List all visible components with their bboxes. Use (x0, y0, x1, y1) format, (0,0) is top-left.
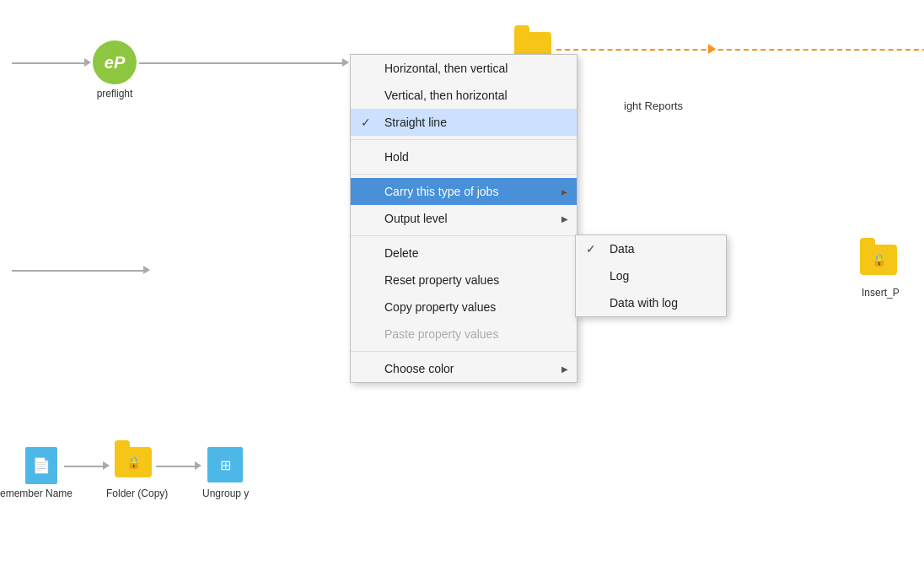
menu-item-choose-color[interactable]: Choose color (351, 355, 577, 382)
menu-item-horizontal-vertical[interactable]: Horizontal, then vertical (351, 55, 577, 82)
submenu-label-log: Log (610, 269, 629, 283)
dashed-connector (556, 49, 924, 51)
folder-locked-bottom (115, 447, 152, 477)
preflight-icon: eP (93, 40, 137, 84)
arrowhead-b1 (103, 461, 110, 470)
preflight-label: preflight (97, 88, 133, 100)
submenu-item-log[interactable]: Log (576, 262, 726, 289)
connector-b2 (156, 466, 198, 467)
menu-item-vertical-horizontal[interactable]: Vertical, then horizontal (351, 82, 577, 109)
connector-b1 (64, 466, 106, 467)
context-menu: Horizontal, then vertical Vertical, then… (350, 54, 578, 383)
arrowhead-preflight (84, 58, 91, 67)
divider-3 (351, 235, 577, 236)
folder-locked-right (860, 245, 897, 275)
menu-label-carry-jobs: Carry this type of jobs (384, 185, 498, 198)
menu-item-copy-property[interactable]: Copy property values (351, 294, 577, 321)
doc-icon: 📄 (25, 447, 57, 484)
menu-item-carry-jobs[interactable]: Carry this type of jobs ▶ (351, 178, 577, 205)
orange-arrowhead (708, 44, 716, 54)
right-reports-label: ight Reports (624, 100, 683, 112)
arrowhead-middle (143, 266, 150, 274)
menu-label-vertical-horizontal: Vertical, then horizontal (384, 89, 508, 102)
menu-label-horizontal-vertical: Horizontal, then vertical (384, 62, 508, 75)
doc-shape: 📄 (25, 447, 57, 484)
divider-2 (351, 174, 577, 175)
submenu-arrow-carry: ▶ (561, 187, 568, 197)
preflight-node: eP preflight (93, 40, 137, 100)
canvas: eP preflight ight Reports Insert_P 📄 eme… (0, 0, 924, 582)
menu-label-delete: Delete (384, 246, 418, 260)
connector-preflight-right (139, 62, 346, 64)
menu-item-delete[interactable]: Delete (351, 240, 577, 267)
menu-label-straight-line: Straight line (384, 116, 447, 129)
divider-4 (351, 351, 577, 352)
insert-p-label: Insert_P (862, 287, 900, 299)
submenu-item-data-with-log[interactable]: Data with log (576, 289, 726, 316)
folder-copy-label: Folder (Copy) (106, 488, 168, 499)
menu-label-copy-property: Copy property values (384, 300, 496, 314)
menu-item-output-level[interactable]: Output level (351, 205, 577, 232)
menu-item-straight-line[interactable]: ✓ Straight line (351, 109, 577, 136)
menu-label-reset: Reset property values (384, 273, 499, 287)
ungroup-shape: ⊞ (207, 447, 243, 482)
menu-label-paste-property: Paste property values (384, 327, 498, 341)
menu-label-output-level: Output level (384, 212, 448, 225)
menu-label-hold: Hold (384, 150, 409, 164)
remember-name-label: emember Name (0, 488, 73, 499)
arrowhead-b2 (195, 461, 201, 470)
submenu-carry-jobs: ✓ Data Log Data with log (575, 234, 727, 317)
submenu-label-data: Data (610, 242, 635, 256)
menu-item-paste-property[interactable]: Paste property values (351, 321, 577, 348)
connector-left (12, 62, 88, 64)
menu-item-reset[interactable]: Reset property values (351, 267, 577, 294)
submenu-item-data[interactable]: ✓ Data (576, 235, 726, 262)
checkmark-data: ✓ (586, 242, 596, 256)
checkmark-straight-line: ✓ (361, 116, 371, 129)
menu-label-choose-color: Choose color (384, 362, 454, 375)
submenu-label-data-with-log: Data with log (610, 296, 678, 310)
ungroup-label: Ungroup y (202, 488, 249, 499)
arrowhead-right1 (342, 58, 349, 67)
folder-locked-bottom-shape (115, 447, 152, 477)
menu-item-hold[interactable]: Hold (351, 143, 577, 170)
ungroup-icon: ⊞ (207, 447, 243, 482)
folder-locked-shape (860, 245, 897, 275)
divider-1 (351, 139, 577, 140)
connector-middle (12, 270, 147, 272)
